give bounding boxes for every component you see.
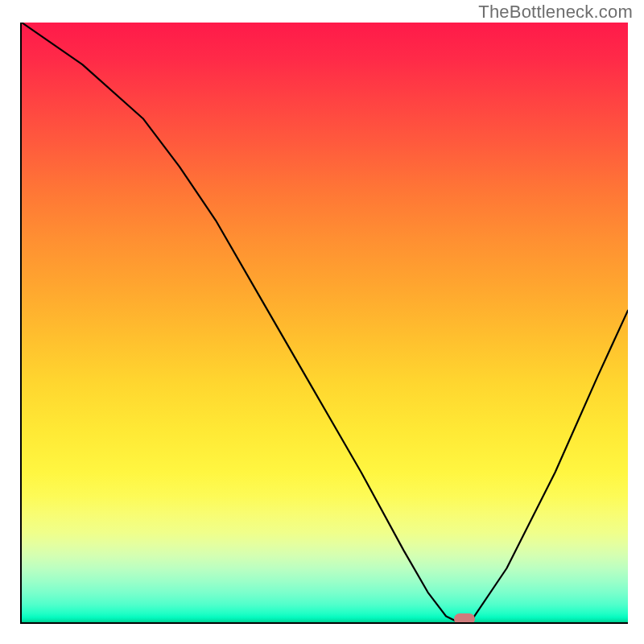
plot-area: [20, 23, 628, 624]
bottleneck-chart: TheBottleneck.com: [0, 0, 644, 644]
curve-svg: [22, 23, 628, 622]
watermark-text: TheBottleneck.com: [478, 2, 633, 23]
min-marker: [454, 613, 475, 624]
bottleneck-curve-path: [22, 23, 628, 622]
